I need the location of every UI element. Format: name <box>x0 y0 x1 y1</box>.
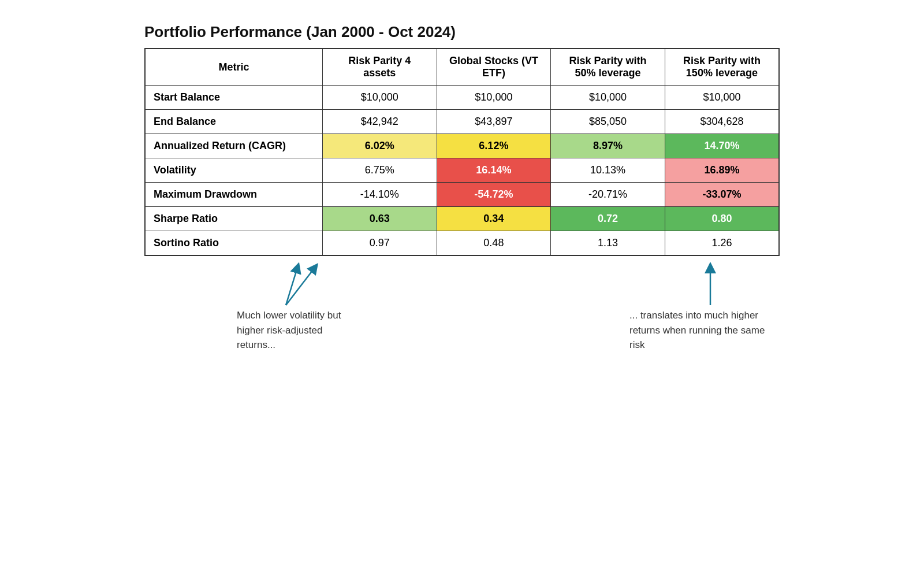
metric-label: Volatility <box>145 158 322 183</box>
table-row: Annualized Return (CAGR)6.02%6.12%8.97%1… <box>145 134 779 158</box>
global-cell: 0.48 <box>437 231 551 256</box>
metric-label: Sortino Ratio <box>145 231 322 256</box>
table-row: Volatility6.75%16.14%10.13%16.89% <box>145 158 779 183</box>
table-row: Sortino Ratio0.970.481.131.26 <box>145 231 779 256</box>
metric-label: Annualized Return (CAGR) <box>145 134 322 158</box>
performance-table: Metric Risk Parity 4 assets Global Stock… <box>144 48 780 256</box>
rp4-cell: $42,942 <box>322 110 437 134</box>
metric-label: Sharpe Ratio <box>145 207 322 231</box>
svg-line-0 <box>286 268 315 305</box>
rp4-cell: 0.97 <box>322 231 437 256</box>
metric-label: End Balance <box>145 110 322 134</box>
annotations-container: Much lower volatility but higher risk-ad… <box>144 262 780 389</box>
svg-line-1 <box>286 268 297 305</box>
header-global: Global Stocks (VT ETF) <box>437 49 551 86</box>
rp150-cell: -33.07% <box>665 183 779 207</box>
annotation-left-text: Much lower volatility but higher risk-ad… <box>237 308 352 353</box>
global-cell: $10,000 <box>437 86 551 110</box>
rp150-cell: 0.80 <box>665 207 779 231</box>
rp4-cell: 6.75% <box>322 158 437 183</box>
table-row: End Balance$42,942$43,897$85,050$304,628 <box>145 110 779 134</box>
metric-label: Maximum Drawdown <box>145 183 322 207</box>
header-rp150: Risk Parity with 150% leverage <box>665 49 779 86</box>
header-rp4: Risk Parity 4 assets <box>322 49 437 86</box>
metric-label: Start Balance <box>145 86 322 110</box>
rp4-cell: 6.02% <box>322 134 437 158</box>
page-title: Portfolio Performance (Jan 2000 - Oct 20… <box>144 23 780 41</box>
global-cell: 6.12% <box>437 134 551 158</box>
rp50-cell: 0.72 <box>551 207 665 231</box>
rp150-cell: 1.26 <box>665 231 779 256</box>
annotation-right-text: ... translates into much higher returns … <box>629 308 774 353</box>
rp50-cell: 8.97% <box>551 134 665 158</box>
rp50-cell: $85,050 <box>551 110 665 134</box>
rp50-cell: 1.13 <box>551 231 665 256</box>
table-row: Start Balance$10,000$10,000$10,000$10,00… <box>145 86 779 110</box>
rp50-cell: $10,000 <box>551 86 665 110</box>
rp150-cell: $10,000 <box>665 86 779 110</box>
global-cell: 16.14% <box>437 158 551 183</box>
rp150-cell: 14.70% <box>665 134 779 158</box>
rp4-cell: 0.63 <box>322 207 437 231</box>
rp4-cell: $10,000 <box>322 86 437 110</box>
rp150-cell: 16.89% <box>665 158 779 183</box>
global-cell: $43,897 <box>437 110 551 134</box>
rp150-cell: $304,628 <box>665 110 779 134</box>
global-cell: -54.72% <box>437 183 551 207</box>
global-cell: 0.34 <box>437 207 551 231</box>
table-row: Maximum Drawdown-14.10%-54.72%-20.71%-33… <box>145 183 779 207</box>
header-metric: Metric <box>145 49 322 86</box>
rp50-cell: 10.13% <box>551 158 665 183</box>
header-rp50: Risk Parity with 50% leverage <box>551 49 665 86</box>
rp4-cell: -14.10% <box>322 183 437 207</box>
rp50-cell: -20.71% <box>551 183 665 207</box>
main-container: Portfolio Performance (Jan 2000 - Oct 20… <box>144 23 780 389</box>
table-row: Sharpe Ratio0.630.340.720.80 <box>145 207 779 231</box>
